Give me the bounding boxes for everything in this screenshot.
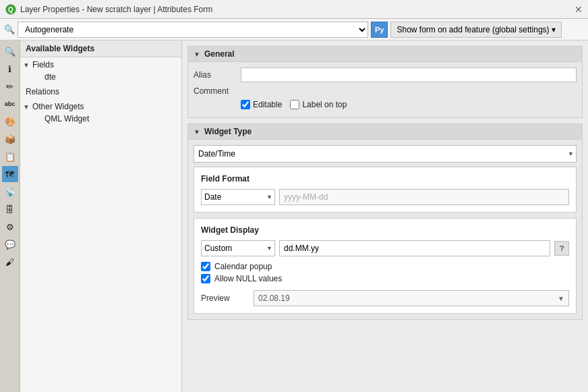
general-header[interactable]: ▼ General [188,47,582,62]
field-dte[interactable]: dte [31,71,181,83]
app-icon: Q [5,4,16,15]
sidebar-icon-map[interactable]: 🗺 [2,166,18,182]
sidebar-icons: 🔍 ℹ ✏ abc 🎨 📦 📋 🗺 📡 🗄 ⚙ 💬 🖌 [0,40,20,392]
sidebar-icon-db[interactable]: 🗄 [2,201,18,217]
widget-type-section: ▼ Widget Type Date/Time Text Edit Range … [187,123,583,320]
sidebar-icon-brush[interactable]: 🖌 [2,254,18,270]
calendar-popup-checkbox[interactable] [201,262,210,271]
widget-type-content: Date/Time Text Edit Range Value Map Uniq… [188,140,582,319]
tree-relations: Relations [20,84,181,99]
window-title: Layer Properties - New scratch layer | A… [20,5,575,14]
allow-null-row: Allow NULL values [201,274,569,283]
preview-arrow-icon: ▼ [558,295,564,302]
field-format-title: Field Format [201,174,569,184]
allow-null-label: Allow NULL values [214,274,282,283]
fields-arrow: ▼ [23,61,30,69]
widget-type-title: Widget Type [204,127,252,136]
comment-label: Comment [194,86,241,96]
sidebar-icon-palette[interactable]: 🎨 [2,113,18,130]
other-label: Other Widgets [32,102,84,111]
format-pattern-input[interactable] [279,189,569,205]
sidebar-icon-box[interactable]: 📦 [2,131,18,147]
sidebar-icon-abc[interactable]: abc [2,96,18,112]
tree-other-row[interactable]: ▼ Other Widgets [20,101,181,113]
relations-label: Relations [23,87,59,96]
tree-relations-row[interactable]: Relations [20,86,181,98]
format-select[interactable]: Date Date Time Time [201,189,275,205]
editable-checkbox[interactable] [241,100,250,109]
preview-text: 02.08.19 [258,293,290,303]
widget-display-title: Widget Display [201,225,569,235]
widget-display-subsection: Widget Display Custom ISO 8601 Qt ▼ ? [194,218,577,314]
general-content: Alias Comment Editable Label on top [188,62,582,117]
label-on-top-checkbox[interactable] [290,100,299,109]
other-children: QML Widget [20,113,181,125]
alias-label: Alias [194,70,241,80]
allow-null-checkbox[interactable] [201,274,210,283]
content-area: ▼ General Alias Comment Editable [182,40,588,392]
sidebar-icon-search[interactable]: 🔍 [2,43,18,59]
field-format-subsection: Field Format Date Date Time Time ▼ [194,167,577,213]
field-format-row: Date Date Time Time ▼ [201,189,569,205]
settings-button[interactable]: Show form on add feature (global setting… [390,22,561,38]
label-on-top-label: Label on top [302,100,347,109]
qml-widget-item[interactable]: QML Widget [31,113,181,125]
fields-children: dte [20,71,181,83]
widget-type-row: Date/Time Text Edit Range Value Map Uniq… [194,145,577,163]
widget-type-select[interactable]: Date/Time Text Edit Range Value Map Uniq… [194,145,577,163]
sidebar-icon-signal[interactable]: 📡 [2,184,18,200]
display-pattern-input[interactable] [279,240,550,256]
toolbar: 🔍 Autogenerate Py Show form on add featu… [0,19,588,40]
main-layout: 🔍 ℹ ✏ abc 🎨 📦 📋 🗺 📡 🗄 ⚙ 💬 🖌 Available Wi… [0,40,588,392]
preview-row: Preview 02.08.19 ▼ [201,290,569,306]
widget-type-arrow: ▼ [194,128,200,136]
tree-fields-row[interactable]: ▼ Fields [20,59,181,71]
tree-fields: ▼ Fields dte [20,57,181,84]
calendar-popup-label: Calendar popup [214,262,272,271]
sidebar-icon-info[interactable]: ℹ [2,61,18,77]
fields-label: Fields [32,60,54,69]
search-icon: 🔍 [4,24,15,34]
general-section: ▼ General Alias Comment Editable [187,46,583,118]
svg-text:Q: Q [8,6,13,13]
display-select-wrapper: Custom ISO 8601 Qt ▼ [201,240,275,256]
general-title: General [204,49,235,59]
sidebar-icon-gear[interactable]: ⚙ [2,219,18,235]
sidebar-icon-pencil[interactable]: ✏ [2,78,18,94]
checkbox-row: Editable Label on top [241,100,577,109]
widget-panel: Available Widgets ▼ Fields dte Relations… [20,40,182,392]
python-button[interactable]: Py [371,22,388,38]
titlebar: Q Layer Properties - New scratch layer |… [0,0,588,19]
settings-arrow: ▾ [552,25,556,34]
general-arrow: ▼ [194,51,200,58]
sidebar-icon-list[interactable]: 📋 [2,148,18,165]
widget-type-header[interactable]: ▼ Widget Type [188,124,582,140]
preview-label: Preview [201,293,248,303]
calendar-popup-row: Calendar popup [201,262,569,271]
wd-row: Custom ISO 8601 Qt ▼ ? [201,240,569,256]
display-select[interactable]: Custom ISO 8601 Qt [201,240,275,256]
comment-row: Comment [194,86,577,96]
format-select-wrapper: Date Date Time Time ▼ [201,189,275,205]
sidebar-icon-chat[interactable]: 💬 [2,236,18,252]
autogenerate-select[interactable]: Autogenerate [18,22,368,38]
label-top-item: Label on top [290,100,347,109]
editable-label: Editable [253,100,282,109]
other-arrow: ▼ [23,103,30,111]
preview-value: 02.08.19 ▼ [254,290,569,306]
widget-type-select-wrapper: Date/Time Text Edit Range Value Map Uniq… [194,145,577,163]
tree-other-widgets: ▼ Other Widgets QML Widget [20,99,181,126]
panel-title: Available Widgets [20,40,181,57]
alias-input[interactable] [241,67,577,82]
editable-checkbox-item: Editable [241,100,282,109]
settings-label: Show form on add feature (global setting… [396,25,549,34]
help-button[interactable]: ? [554,241,569,256]
alias-row: Alias [194,67,577,82]
close-icon[interactable]: ✕ [575,4,583,15]
